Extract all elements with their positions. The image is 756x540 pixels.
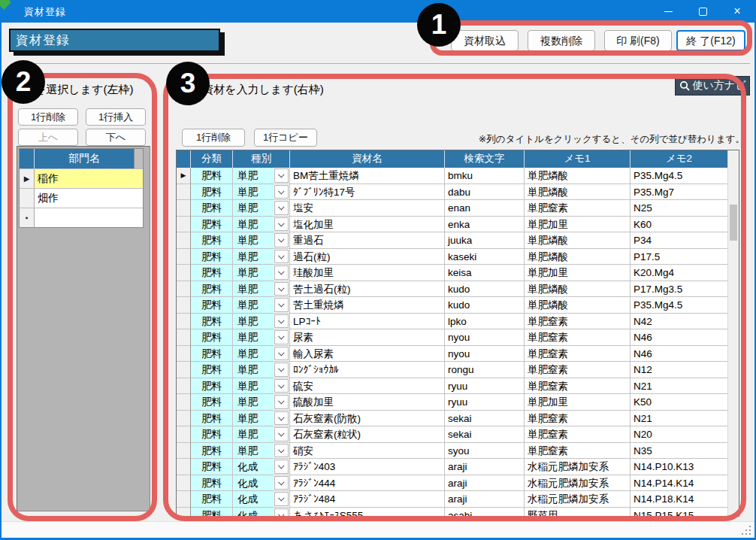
cell-category[interactable]: 肥料 [191, 362, 233, 378]
material-row[interactable]: 肥料単肥石灰窒素(防散)sekai単肥窒素N21 [177, 411, 728, 427]
row-selector[interactable] [177, 184, 191, 201]
left-delete-row-button[interactable]: 1行削除 [18, 108, 78, 126]
cell-search-text[interactable]: asahi [445, 508, 525, 517]
cell-material-name[interactable]: あさひｴｰｽS555 [290, 508, 445, 517]
cell-search-text[interactable]: bmku [445, 168, 525, 184]
dropdown-button[interactable] [274, 492, 289, 506]
cell-material-name[interactable]: 石灰窒素(防散) [290, 411, 445, 427]
cell-memo2[interactable]: N25 [631, 200, 728, 217]
cell-material-name[interactable]: 硝安 [290, 443, 445, 460]
cell-memo2[interactable]: N21 [631, 378, 728, 395]
cell-type-combobox[interactable]: 単肥 [233, 168, 290, 184]
cell-memo2[interactable]: P17.5 [631, 249, 728, 265]
cell-memo2[interactable]: K50 [631, 394, 728, 411]
cell-memo1[interactable]: 単肥加里 [525, 265, 631, 281]
cell-type-combobox[interactable]: 単肥 [233, 378, 290, 395]
cell-search-text[interactable]: ryuu [445, 394, 525, 411]
cell-material-name[interactable]: 輸入尿素 [290, 346, 445, 363]
material-row[interactable]: 肥料単肥ﾀﾞﾌﾞﾘﾝ特17号dabu単肥燐酸P35.Mg7 [177, 184, 728, 201]
cell-category[interactable]: 肥料 [191, 232, 233, 249]
department-name-cell[interactable] [35, 208, 143, 227]
row-selector[interactable] [177, 475, 191, 492]
cell-search-text[interactable]: araji [445, 459, 525, 475]
row-selector[interactable] [177, 200, 191, 217]
row-selector[interactable] [177, 232, 191, 249]
material-row[interactable]: 肥料単肥珪酸加里keisa単肥加里K20.Mg4 [177, 265, 728, 281]
row-selector[interactable] [177, 394, 191, 411]
left-insert-row-button[interactable]: 1行挿入 [86, 108, 146, 126]
cell-type-combobox[interactable]: 単肥 [233, 184, 290, 201]
cell-memo1[interactable]: 単肥窒素 [525, 443, 631, 460]
cell-category[interactable]: 肥料 [191, 265, 233, 281]
cell-type-combobox[interactable]: 単肥 [233, 411, 290, 427]
cell-memo2[interactable]: P17.Mg3.5 [631, 281, 728, 298]
material-row[interactable]: 肥料単肥硫安ryuu単肥窒素N21 [177, 378, 728, 395]
cell-memo2[interactable]: N20 [631, 426, 728, 443]
cell-search-text[interactable]: kudo [445, 281, 525, 298]
minimize-button[interactable] [651, 0, 685, 23]
cell-memo1[interactable]: 単肥燐酸 [525, 297, 631, 314]
material-row[interactable]: ▶肥料単肥BM苦土重焼燐bmku単肥燐酸P35.Mg4.5 [177, 168, 728, 184]
cell-type-combobox[interactable]: 単肥 [233, 232, 290, 249]
move-up-button[interactable]: 上へ [18, 129, 78, 146]
cell-memo1[interactable]: 単肥燐酸 [525, 249, 631, 265]
cell-memo1[interactable]: 単肥燐酸 [525, 232, 631, 249]
cell-material-name[interactable]: 尿素 [290, 329, 445, 346]
dropdown-button[interactable] [274, 265, 289, 280]
material-row[interactable]: 肥料化成あさひｴｰｽS555asahi野菜用N15.P15.K15 [177, 508, 728, 517]
cell-search-text[interactable]: lpko [445, 314, 525, 330]
column-header-3[interactable]: 資材名 [290, 150, 445, 168]
cell-type-combobox[interactable]: 単肥 [233, 200, 290, 217]
cell-type-combobox[interactable]: 化成 [233, 491, 290, 508]
material-row[interactable]: 肥料単肥塩安enan単肥窒素N25 [177, 200, 728, 217]
vertical-scrollbar[interactable] [727, 150, 739, 516]
cell-memo1[interactable]: 単肥窒素 [525, 329, 631, 346]
cell-memo2[interactable]: N14.P10.K13 [631, 459, 728, 475]
cell-memo2[interactable]: N14.P18.K14 [631, 491, 728, 508]
cell-memo2[interactable]: P35.Mg7 [631, 184, 728, 201]
cell-type-combobox[interactable]: 単肥 [233, 265, 290, 281]
row-selector[interactable] [177, 281, 191, 298]
cell-memo2[interactable]: N46 [631, 329, 728, 346]
cell-memo2[interactable]: N42 [631, 314, 728, 330]
cell-type-combobox[interactable]: 単肥 [233, 249, 290, 265]
help-navi-button[interactable]: 使い方ナビ [675, 76, 750, 96]
cell-category[interactable]: 肥料 [191, 459, 233, 475]
cell-type-combobox[interactable]: 化成 [233, 475, 290, 492]
material-row[interactable]: 肥料単肥塩化加里enka単肥加里K60 [177, 217, 728, 233]
cell-category[interactable]: 肥料 [191, 281, 233, 298]
material-row[interactable]: 肥料単肥重過石juuka単肥燐酸P34 [177, 232, 728, 249]
cell-memo1[interactable]: 単肥窒素 [525, 346, 631, 363]
row-selector[interactable]: ▶ [177, 168, 191, 184]
row-selector[interactable] [177, 265, 191, 281]
dropdown-button[interactable] [274, 282, 289, 296]
material-row[interactable]: 肥料単肥苦土過石(粒)kudo単肥燐酸P17.Mg3.5 [177, 281, 728, 298]
scrollbar-thumb[interactable] [730, 205, 737, 241]
row-selector[interactable] [177, 217, 191, 233]
cell-category[interactable]: 肥料 [191, 297, 233, 314]
cell-material-name[interactable]: BM苦土重焼燐 [290, 168, 445, 184]
dropdown-button[interactable] [274, 363, 289, 377]
cell-category[interactable]: 肥料 [191, 475, 233, 492]
cell-material-name[interactable]: 塩化加里 [290, 217, 445, 233]
material-row[interactable]: 肥料単肥輸入尿素nyou単肥窒素N46 [177, 346, 728, 363]
material-row[interactable]: 肥料単肥苦土重焼燐kudo単肥燐酸P35.Mg4.5 [177, 297, 728, 314]
row-selector[interactable] [177, 426, 191, 443]
cell-search-text[interactable]: enan [445, 200, 525, 217]
cell-memo1[interactable]: 水稲元肥燐加安系 [525, 475, 631, 492]
cell-type-combobox[interactable]: 単肥 [233, 346, 290, 363]
cell-memo2[interactable]: N21 [631, 411, 728, 427]
cell-type-combobox[interactable]: 単肥 [233, 394, 290, 411]
row-selector[interactable] [177, 411, 191, 427]
cell-material-name[interactable]: ﾀﾞﾌﾞﾘﾝ特17号 [290, 184, 445, 201]
dropdown-button[interactable] [274, 508, 289, 517]
cell-material-name[interactable]: 珪酸加里 [290, 265, 445, 281]
material-row[interactable]: 肥料単肥硫酸加里ryuu単肥加里K50 [177, 394, 728, 411]
print-button[interactable]: 印 刷(F8) [604, 30, 672, 51]
cell-search-text[interactable]: nyou [445, 346, 525, 363]
cell-category[interactable]: 肥料 [191, 378, 233, 395]
dropdown-button[interactable] [274, 347, 289, 361]
cell-memo1[interactable]: 単肥窒素 [525, 426, 631, 443]
dropdown-button[interactable] [274, 330, 289, 344]
cell-search-text[interactable]: dabu [445, 184, 525, 201]
